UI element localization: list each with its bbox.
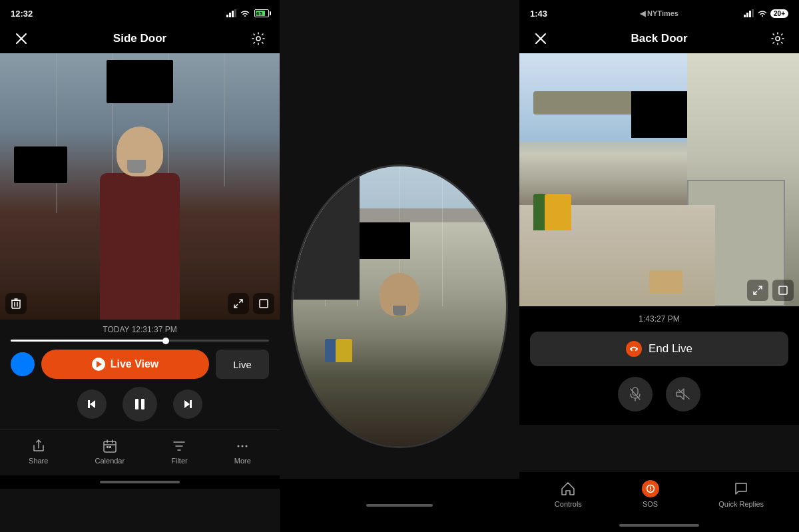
right-expand-button[interactable]	[747, 280, 768, 301]
calendar-svg-icon	[103, 439, 117, 453]
left-nav-title: Side Door	[113, 32, 166, 45]
right-close-button[interactable]	[530, 28, 551, 49]
home-svg-icon	[560, 481, 576, 497]
svg-point-33	[246, 445, 248, 447]
left-settings-button[interactable]	[248, 28, 269, 49]
right-camera-overlay	[747, 280, 794, 301]
more-label: More	[234, 457, 251, 465]
right-time: 1:43	[530, 9, 547, 19]
microphone-button[interactable]	[618, 377, 653, 411]
right-fullscreen-icon	[778, 286, 788, 295]
expand-icon	[234, 299, 243, 308]
fullscreen-icon-button[interactable]	[253, 293, 274, 314]
left-battery-icon: 65	[254, 9, 269, 17]
right-gear-icon	[771, 32, 784, 45]
end-live-button[interactable]: End Live	[530, 332, 788, 366]
right-camera-view	[519, 53, 799, 306]
live-view-label: Live View	[111, 358, 159, 370]
calendar-toolbar-item[interactable]: Calendar	[95, 438, 125, 465]
calendar-label: Calendar	[95, 457, 125, 465]
privacy-box-2	[14, 146, 67, 183]
middle-bottom-bar	[280, 479, 519, 532]
share-toolbar-item[interactable]: Share	[29, 438, 48, 465]
svg-rect-14	[260, 300, 268, 308]
expand-icon-button[interactable]	[228, 293, 249, 314]
svg-point-6	[256, 37, 260, 41]
speaker-button[interactable]	[666, 377, 700, 411]
prev-button[interactable]	[77, 390, 107, 419]
fullscreen-icon	[259, 299, 268, 308]
right-status-icons: 20+	[744, 9, 788, 18]
trash-icon-button[interactable]	[5, 293, 27, 314]
prev-icon	[86, 398, 98, 410]
share-icon	[31, 438, 47, 454]
right-nav-title: Back Door	[631, 32, 687, 45]
next-button[interactable]	[173, 390, 202, 419]
wifi-icon	[240, 9, 250, 17]
sos-label: SOS	[643, 500, 658, 508]
svg-rect-26	[107, 446, 109, 448]
quick-replies-toolbar-item[interactable]: Quick Replies	[718, 480, 764, 508]
svg-rect-34	[744, 15, 746, 17]
left-timestamp: TODAY 12:31:37 PM	[11, 325, 269, 334]
svg-rect-36	[749, 11, 751, 17]
right-phone-panel: 1:43 ◀ NYTimes 20+ Back Door	[519, 0, 799, 532]
camera-overlay-icons	[0, 293, 280, 314]
right-camera-bg	[519, 53, 799, 306]
middle-dark-top	[280, 0, 519, 133]
timeline-progress	[11, 340, 166, 342]
svg-rect-43	[779, 286, 787, 294]
more-toolbar-item[interactable]: More	[234, 438, 251, 465]
right-controls-section: 1:43:27 PM End Live	[519, 306, 799, 425]
quick-replies-icon	[732, 480, 750, 497]
mic-icon	[629, 387, 642, 401]
playback-row	[11, 387, 269, 421]
right-close-icon	[535, 33, 547, 45]
live-dot	[11, 352, 35, 376]
audio-controls-row	[530, 377, 788, 411]
left-close-button[interactable]	[11, 28, 32, 49]
left-bottom-toolbar: Share Calendar	[0, 429, 280, 475]
svg-point-53	[650, 490, 651, 491]
svg-rect-35	[746, 13, 748, 17]
pause-button[interactable]	[123, 387, 157, 421]
filter-label: Filter	[171, 457, 187, 465]
live-view-button[interactable]: Live View	[41, 350, 209, 379]
more-svg-icon	[235, 439, 250, 453]
pause-icon	[134, 398, 146, 411]
svg-rect-2	[232, 11, 234, 17]
svg-marker-15	[90, 400, 95, 408]
svg-point-40	[776, 37, 780, 41]
filter-toolbar-item[interactable]: Filter	[171, 438, 187, 465]
signal-icon	[226, 9, 237, 17]
svg-line-45	[636, 349, 637, 350]
package	[649, 270, 682, 294]
trash-icon	[11, 298, 21, 309]
next-icon	[182, 398, 194, 410]
left-camera-bg	[0, 53, 280, 320]
svg-rect-3	[234, 9, 236, 17]
right-source-label: ◀ NYTimes	[640, 9, 678, 18]
right-fullscreen-button[interactable]	[772, 280, 794, 301]
svg-rect-16	[88, 400, 90, 408]
middle-home-bar	[366, 504, 433, 507]
controls-toolbar-item[interactable]: Controls	[555, 480, 582, 508]
live-text-button[interactable]: Live	[216, 350, 269, 379]
svg-rect-27	[109, 446, 111, 448]
timeline-bar[interactable]	[11, 340, 269, 342]
svg-rect-1	[229, 13, 231, 17]
right-settings-button[interactable]	[767, 28, 788, 49]
quick-replies-label: Quick Replies	[718, 500, 764, 508]
speech-bubble-svg-icon	[733, 481, 749, 497]
close-icon	[15, 33, 27, 45]
live-text-label: Live	[233, 359, 252, 370]
left-status-bar: 12:32 65	[0, 0, 280, 24]
controls-icon	[559, 480, 577, 497]
sos-icon	[642, 480, 659, 497]
right-home-bar	[619, 524, 699, 527]
live-view-play-icon	[92, 358, 105, 371]
sos-toolbar-item[interactable]: SOS	[642, 480, 659, 508]
phone-end-svg-icon	[629, 344, 639, 354]
svg-rect-17	[135, 399, 138, 409]
right-home-indicator	[519, 519, 799, 532]
